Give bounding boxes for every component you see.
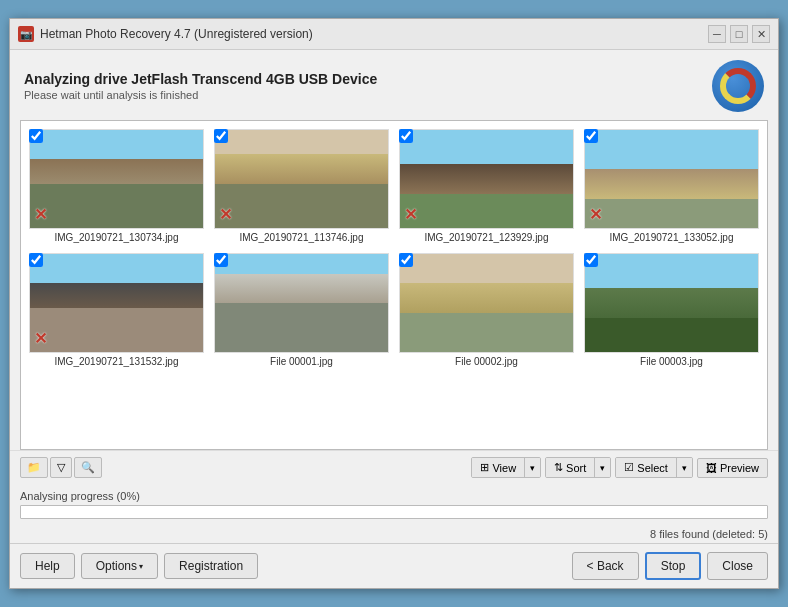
title-bar-controls: ─ □ ✕ (708, 25, 770, 43)
image-grid-container[interactable]: ✕ IMG_20190721_130734.jpg ✕ IMG_20190721… (20, 120, 768, 450)
minimize-button[interactable]: ─ (708, 25, 726, 43)
app-icon: 📷 (18, 26, 34, 42)
title-bar: 📷 Hetman Photo Recovery 4.7 (Unregistere… (10, 19, 778, 50)
grid-view-icon: ⊞ (480, 461, 489, 474)
image-wrapper[interactable] (584, 253, 759, 353)
folder-btn[interactable]: 📁 (20, 457, 48, 478)
image-checkbox[interactable] (584, 253, 598, 267)
header-text: Analyzing drive JetFlash Transcend 4GB U… (24, 71, 377, 101)
image-wrapper[interactable]: ✕ (29, 253, 204, 353)
image-thumbnail (215, 254, 388, 352)
view-btn-main[interactable]: ⊞ View (472, 458, 525, 477)
image-filename: IMG_20190721_113746.jpg (214, 232, 389, 243)
image-filename: IMG_20190721_130734.jpg (29, 232, 204, 243)
select-btn-main[interactable]: ☑ Select (616, 458, 677, 477)
image-checkbox[interactable] (399, 129, 413, 143)
image-thumbnail: ✕ (30, 254, 203, 352)
image-filename: File 00001.jpg (214, 356, 389, 367)
sort-label: Sort (566, 462, 586, 474)
search-btn[interactable]: 🔍 (74, 457, 102, 478)
toolbar: 📁 ▽ 🔍 ⊞ View ▾ ⇅ Sort ▾ (10, 450, 778, 484)
progress-label: Analysing progress (0%) (20, 490, 768, 502)
lifebuoy-icon (720, 68, 756, 104)
folder-icon: 📁 (27, 461, 41, 474)
image-item: ✕ IMG_20190721_133052.jpg (584, 129, 759, 243)
preview-label: Preview (720, 462, 759, 474)
title-bar-left: 📷 Hetman Photo Recovery 4.7 (Unregistere… (18, 26, 313, 42)
image-thumbnail: ✕ (585, 130, 758, 228)
view-split-btn: ⊞ View ▾ (471, 457, 541, 478)
logo-circle (712, 60, 764, 112)
error-icon: ✕ (34, 205, 47, 224)
image-item: ✕ IMG_20190721_130734.jpg (29, 129, 204, 243)
view-label: View (492, 462, 516, 474)
view-btn-arrow[interactable]: ▾ (525, 458, 540, 477)
progress-area: Analysing progress (0%) (10, 484, 778, 525)
bottom-bar: Help Options ▾ Registration < Back Stop … (10, 543, 778, 588)
image-checkbox[interactable] (214, 129, 228, 143)
options-arrow-icon: ▾ (139, 562, 143, 571)
image-filename: IMG_20190721_123929.jpg (399, 232, 574, 243)
back-button[interactable]: < Back (572, 552, 639, 580)
image-checkbox[interactable] (214, 253, 228, 267)
image-thumbnail: ✕ (30, 130, 203, 228)
search-icon: 🔍 (81, 461, 95, 474)
bottom-right-buttons: < Back Stop Close (572, 552, 768, 580)
image-checkbox[interactable] (584, 129, 598, 143)
image-filename: IMG_20190721_133052.jpg (584, 232, 759, 243)
registration-button[interactable]: Registration (164, 553, 258, 579)
image-grid: ✕ IMG_20190721_130734.jpg ✕ IMG_20190721… (29, 129, 759, 367)
sort-icon: ⇅ (554, 461, 563, 474)
image-filename: File 00003.jpg (584, 356, 759, 367)
image-wrapper[interactable] (399, 253, 574, 353)
window-title: Hetman Photo Recovery 4.7 (Unregistered … (40, 27, 313, 41)
header: Analyzing drive JetFlash Transcend 4GB U… (10, 50, 778, 120)
error-icon: ✕ (589, 205, 602, 224)
main-window: 📷 Hetman Photo Recovery 4.7 (Unregistere… (9, 18, 779, 589)
sort-split-btn: ⇅ Sort ▾ (545, 457, 611, 478)
close-button[interactable]: ✕ (752, 25, 770, 43)
image-item: File 00001.jpg (214, 253, 389, 367)
app-logo (712, 60, 764, 112)
toolbar-left: 📁 ▽ 🔍 (20, 457, 467, 478)
image-thumbnail (400, 254, 573, 352)
image-thumbnail (585, 254, 758, 352)
image-checkbox[interactable] (399, 253, 413, 267)
image-wrapper[interactable]: ✕ (584, 129, 759, 229)
help-button[interactable]: Help (20, 553, 75, 579)
select-icon: ☑ (624, 461, 634, 474)
close-button-bottom[interactable]: Close (707, 552, 768, 580)
sort-btn-arrow[interactable]: ▾ (595, 458, 610, 477)
maximize-button[interactable]: □ (730, 25, 748, 43)
image-checkbox[interactable] (29, 129, 43, 143)
select-label: Select (637, 462, 668, 474)
options-button[interactable]: Options ▾ (81, 553, 158, 579)
bottom-left-buttons: Help Options ▾ Registration (20, 553, 566, 579)
image-wrapper[interactable] (214, 253, 389, 353)
image-wrapper[interactable]: ✕ (214, 129, 389, 229)
image-item: ✕ IMG_20190721_113746.jpg (214, 129, 389, 243)
error-icon: ✕ (404, 205, 417, 224)
page-subtitle: Please wait until analysis is finished (24, 89, 377, 101)
image-thumbnail: ✕ (400, 130, 573, 228)
preview-icon: 🖼 (706, 462, 717, 474)
image-wrapper[interactable]: ✕ (29, 129, 204, 229)
options-label: Options (96, 559, 137, 573)
image-wrapper[interactable]: ✕ (399, 129, 574, 229)
image-item: File 00003.jpg (584, 253, 759, 367)
image-filename: IMG_20190721_131532.jpg (29, 356, 204, 367)
page-title: Analyzing drive JetFlash Transcend 4GB U… (24, 71, 377, 87)
preview-btn[interactable]: 🖼 Preview (697, 458, 768, 478)
error-icon: ✕ (219, 205, 232, 224)
image-checkbox[interactable] (29, 253, 43, 267)
toolbar-right: ⊞ View ▾ ⇅ Sort ▾ ☑ Select ▾ 🖼 (471, 457, 768, 478)
stop-button[interactable]: Stop (645, 552, 702, 580)
files-found-label: 8 files found (deleted: 5) (10, 525, 778, 543)
sort-btn-main[interactable]: ⇅ Sort (546, 458, 595, 477)
image-thumbnail: ✕ (215, 130, 388, 228)
filter-btn[interactable]: ▽ (50, 457, 72, 478)
image-item: File 00002.jpg (399, 253, 574, 367)
select-btn-arrow[interactable]: ▾ (677, 458, 692, 477)
image-item: ✕ IMG_20190721_131532.jpg (29, 253, 204, 367)
image-item: ✕ IMG_20190721_123929.jpg (399, 129, 574, 243)
